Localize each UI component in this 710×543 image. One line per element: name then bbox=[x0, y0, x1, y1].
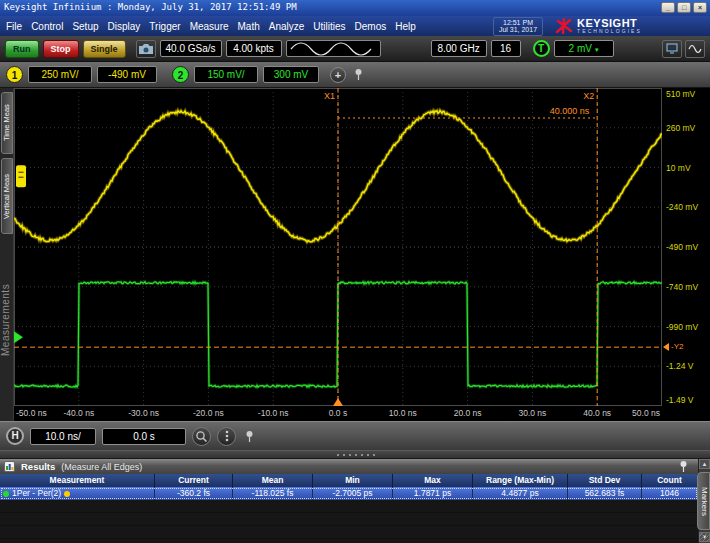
maximize-button[interactable]: □ bbox=[677, 2, 691, 13]
results-title: Results bbox=[21, 461, 55, 472]
display-settings-button[interactable] bbox=[662, 40, 682, 58]
single-button[interactable]: Single bbox=[83, 40, 126, 58]
channel-2-offset-field[interactable]: 300 mV bbox=[263, 66, 319, 83]
y-tick-label: -490 mV bbox=[666, 242, 698, 252]
channel-1-position-handle[interactable] bbox=[16, 165, 26, 187]
horizontal-badge[interactable]: H bbox=[6, 427, 24, 445]
channel-bar-pin-button[interactable] bbox=[351, 66, 365, 83]
acquisition-toolbar: Run Stop Single 40.0 GSa/s 4.00 kpts 8.0… bbox=[0, 36, 710, 62]
channel-bar: 1 250 mV/ -490 mV 2 150 mV/ 300 mV + bbox=[0, 62, 710, 88]
memory-depth-field[interactable]: 4.00 kpts bbox=[226, 40, 282, 57]
y2-marker-label[interactable]: -Y2 bbox=[663, 342, 683, 351]
waveform-plot[interactable]: X1X240.000 ns bbox=[14, 88, 662, 406]
panel-splitter[interactable] bbox=[0, 450, 710, 459]
trigger-time-marker[interactable] bbox=[333, 398, 343, 406]
measurement-name-cell[interactable]: 1Per - Per(2) bbox=[0, 487, 155, 500]
stop-button[interactable]: Stop bbox=[43, 40, 79, 58]
y-tick-label: -990 mV bbox=[666, 322, 698, 332]
add-channel-button[interactable]: + bbox=[330, 67, 346, 83]
cell-range-max-min-[interactable]: 4.4877 ps bbox=[473, 487, 568, 500]
menu-help[interactable]: Help bbox=[395, 21, 416, 32]
horizontal-toolbar: H 10.0 ns/ 0.0 s bbox=[0, 421, 710, 450]
timebase-field[interactable]: 10.0 ns/ bbox=[30, 428, 96, 445]
waveform-preview-widget[interactable] bbox=[286, 40, 381, 57]
averaging-field[interactable]: 16 bbox=[491, 40, 521, 57]
trigger-badge[interactable]: T bbox=[533, 40, 550, 57]
resize-grip[interactable] bbox=[699, 533, 709, 542]
tab-vertical-meas[interactable]: Vertical Meas bbox=[1, 158, 13, 234]
time-axis: -50.0 ns-40.0 ns-30.0 ns-20.0 ns-10.0 ns… bbox=[0, 406, 710, 421]
column-header-std-dev[interactable]: Std Dev bbox=[568, 474, 642, 487]
trigger-level-field[interactable]: 2 mV▾ bbox=[554, 40, 614, 57]
scope-area: Time Meas Vertical Meas Measurements X1X… bbox=[0, 88, 710, 421]
sample-rate-field[interactable]: 40.0 GSa/s bbox=[160, 40, 222, 57]
close-button[interactable]: × bbox=[693, 2, 707, 13]
cell-max[interactable]: 1.7871 ps bbox=[393, 487, 473, 500]
measurement-name: 1Per - Per(2) bbox=[12, 487, 61, 500]
menu-demos[interactable]: Demos bbox=[355, 21, 387, 32]
menu-control[interactable]: Control bbox=[31, 21, 63, 32]
column-header-measurement[interactable]: Measurement bbox=[0, 474, 155, 487]
minimize-button[interactable]: _ bbox=[661, 2, 675, 13]
bandwidth-field[interactable]: 8.00 GHz bbox=[431, 40, 487, 57]
cell-mean[interactable]: -118.025 fs bbox=[233, 487, 313, 500]
horizontal-position-field[interactable]: 0.0 s bbox=[102, 428, 186, 445]
menu-setup[interactable]: Setup bbox=[72, 21, 98, 32]
display-icon bbox=[666, 43, 678, 54]
hbar-pin-button[interactable] bbox=[242, 428, 256, 445]
menu-trigger[interactable]: Trigger bbox=[149, 21, 180, 32]
channel-2-scale-field[interactable]: 150 mV/ bbox=[194, 66, 258, 83]
channel-color-dot-icon bbox=[3, 491, 9, 497]
tab-time-meas[interactable]: Time Meas bbox=[1, 92, 13, 154]
waveform-view-button[interactable] bbox=[685, 40, 705, 58]
dots-icon bbox=[225, 430, 229, 442]
results-pin-button[interactable] bbox=[676, 460, 690, 474]
channel-1-offset-field[interactable]: -490 mV bbox=[97, 66, 157, 83]
clock-date: Jul 31, 2017 bbox=[499, 26, 537, 34]
channel-1-scale-field[interactable]: 250 mV/ bbox=[28, 66, 92, 83]
results-row[interactable]: 1Per - Per(2)-360.2 fs-118.025 fs-2.7005… bbox=[0, 487, 698, 500]
channel-2-badge[interactable]: 2 bbox=[172, 66, 189, 83]
y-tick-label: -1.49 V bbox=[666, 395, 693, 405]
pin-icon bbox=[245, 430, 254, 443]
cell-count[interactable]: 1046 bbox=[642, 487, 698, 500]
menu-utilities[interactable]: Utilities bbox=[313, 21, 345, 32]
scroll-up-button[interactable]: ▲ bbox=[699, 459, 710, 469]
keysight-logo: KEYSIGHT TECHNOLOGIES bbox=[555, 18, 642, 34]
menu-file[interactable]: File bbox=[6, 21, 22, 32]
measurement-status-dot-icon bbox=[64, 491, 70, 497]
acquisition-options-button[interactable] bbox=[217, 427, 236, 446]
brand-tagline: TECHNOLOGIES bbox=[577, 28, 642, 34]
cell-min[interactable]: -2.7005 ps bbox=[313, 487, 393, 500]
menu-measure[interactable]: Measure bbox=[190, 21, 229, 32]
column-header-max[interactable]: Max bbox=[393, 474, 473, 487]
channel-1-badge[interactable]: 1 bbox=[6, 66, 23, 83]
cell-std-dev[interactable]: 562.683 fs bbox=[568, 487, 642, 500]
sine-icon bbox=[289, 42, 377, 56]
column-header-range-max-min-[interactable]: Range (Max-Min) bbox=[473, 474, 568, 487]
cell-current[interactable]: -360.2 fs bbox=[155, 487, 233, 500]
menu-math[interactable]: Math bbox=[238, 21, 260, 32]
column-header-mean[interactable]: Mean bbox=[233, 474, 313, 487]
keysight-spark-icon bbox=[555, 18, 573, 34]
trigger-level-marker[interactable] bbox=[14, 331, 23, 343]
column-header-min[interactable]: Min bbox=[313, 474, 393, 487]
screenshot-button[interactable] bbox=[136, 40, 156, 58]
clock-time: 12:51 PM bbox=[499, 19, 537, 27]
zoom-button[interactable] bbox=[192, 427, 211, 446]
tab-markers[interactable]: Markers bbox=[697, 472, 710, 530]
x-tick-label: -30.0 ns bbox=[128, 408, 159, 418]
x-tick-label: 10.0 ns bbox=[389, 408, 417, 418]
magnifier-icon bbox=[195, 430, 208, 443]
trigger-level-value: 2 mV bbox=[569, 43, 592, 54]
x-tick-label: 20.0 ns bbox=[454, 408, 482, 418]
run-button[interactable]: Run bbox=[5, 40, 39, 58]
column-header-count[interactable]: Count bbox=[642, 474, 698, 487]
x-tick-label: -10.0 ns bbox=[258, 408, 289, 418]
menu-analyze[interactable]: Analyze bbox=[269, 21, 305, 32]
side-tab-strip: Time Meas Vertical Meas Measurements bbox=[0, 88, 14, 421]
voltage-axis: 510 mV260 mV10 mV-240 mV-490 mV-740 mV-9… bbox=[664, 88, 710, 406]
menu-display[interactable]: Display bbox=[108, 21, 141, 32]
column-header-current[interactable]: Current bbox=[155, 474, 233, 487]
menubar: FileControlSetupDisplayTriggerMeasureMat… bbox=[0, 16, 710, 36]
